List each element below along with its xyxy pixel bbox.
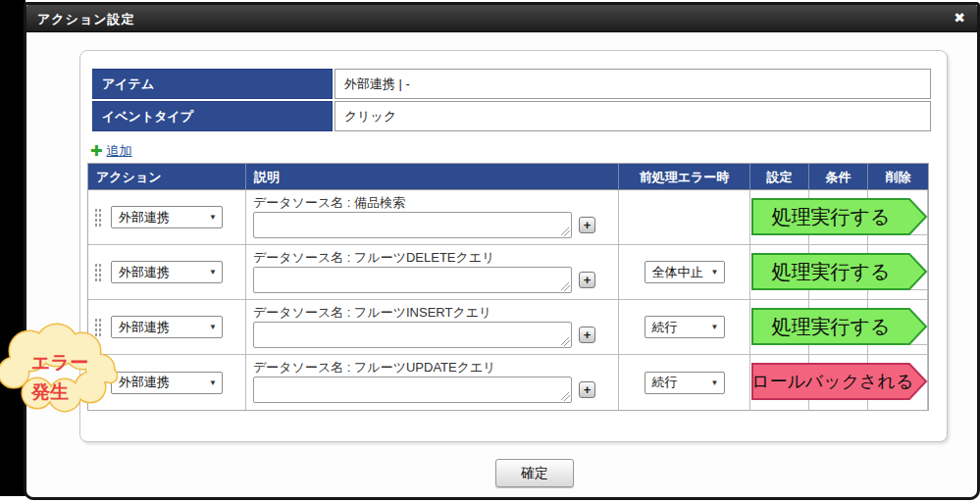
description-text: データソース名 : フルーツINSERTクエリ bbox=[253, 305, 491, 320]
event-type-label: イベントタイプ bbox=[92, 101, 333, 131]
result-label: ロールバックされる bbox=[751, 363, 910, 400]
error-handling-select[interactable]: 続行 ▼ bbox=[645, 316, 725, 338]
action-row: 外部連携 ▼ データソース名 : フルーツDELETEクエリ + 全体中止 ▼ bbox=[88, 245, 928, 300]
action-table: アクション 説明 前処理エラー時 設定 条件 削除 外部連携 ▼ bbox=[87, 163, 929, 411]
action-type-select[interactable]: 外部連携 ▼ bbox=[111, 206, 223, 228]
description-input[interactable] bbox=[253, 322, 572, 348]
error-handling-value: 続行 bbox=[652, 319, 678, 336]
description-cell: データソース名 : フルーツUPDATEクエリ + bbox=[246, 355, 619, 410]
error-handling-cell: 全体中止 ▼ bbox=[619, 245, 750, 300]
plus-icon: ✚ bbox=[90, 142, 103, 160]
action-row: 外部連携 ▼ データソース名 : フルーツINSERTクエリ + 続行 ▼ bbox=[88, 300, 928, 355]
header-settings: 設定 bbox=[750, 164, 809, 190]
add-param-button[interactable]: + bbox=[579, 272, 595, 288]
dialog-titlebar: アクション設定 ✖ bbox=[26, 5, 977, 32]
chevron-down-icon: ▼ bbox=[209, 378, 217, 387]
result-label: 処理実行する bbox=[751, 198, 910, 235]
resize-grip-icon[interactable] bbox=[561, 337, 570, 346]
item-value: 外部連携 | - bbox=[335, 69, 931, 99]
annotation-text-line1: エラー bbox=[31, 352, 88, 373]
result-arrow[interactable]: 処理実行する bbox=[751, 253, 928, 290]
event-type-value: クリック bbox=[335, 101, 931, 131]
description-input[interactable] bbox=[253, 267, 572, 293]
resize-grip-icon[interactable] bbox=[561, 282, 570, 291]
chevron-down-icon: ▼ bbox=[711, 378, 719, 387]
action-type-value: 外部連携 bbox=[119, 319, 170, 336]
add-param-button[interactable]: + bbox=[579, 381, 595, 398]
info-row-event-type: イベントタイプ クリック bbox=[92, 101, 931, 131]
chevron-down-icon: ▼ bbox=[711, 268, 719, 277]
action-type-select[interactable]: 外部連携 ▼ bbox=[111, 316, 223, 338]
error-handling-cell bbox=[619, 190, 750, 245]
header-action: アクション bbox=[88, 164, 246, 190]
resize-grip-icon[interactable] bbox=[561, 227, 570, 236]
action-row: 外部連携 ▼ データソース名 : 備品検索 + bbox=[88, 190, 928, 245]
annotation-text-line2: 発生 bbox=[30, 381, 69, 402]
error-handling-cell: 続行 ▼ bbox=[619, 355, 750, 410]
dialog-title: アクション設定 bbox=[37, 11, 135, 28]
header-delete: 削除 bbox=[868, 164, 928, 190]
description-text: データソース名 : 備品検索 bbox=[253, 195, 405, 210]
error-handling-select[interactable]: 全体中止 ▼ bbox=[645, 261, 725, 283]
result-label: 処理実行する bbox=[751, 308, 910, 345]
action-settings-dialog: アクション設定 ✖ アイテム 外部連携 | - イベントタイプ クリック ✚ 追… bbox=[24, 2, 980, 500]
description-text: データソース名 : フルーツUPDATEクエリ bbox=[253, 360, 496, 375]
header-condition: 条件 bbox=[809, 164, 868, 190]
action-row: 外部連携 ▼ データソース名 : フルーツUPDATEクエリ + 続行 ▼ bbox=[88, 355, 928, 410]
item-info-table: アイテム 外部連携 | - イベントタイプ クリック bbox=[92, 69, 931, 133]
result-label: 処理実行する bbox=[751, 253, 910, 290]
screen: アクション設定 ✖ アイテム 外部連携 | - イベントタイプ クリック ✚ 追… bbox=[0, 0, 980, 503]
drag-handle-icon[interactable] bbox=[94, 208, 102, 226]
error-annotation-cloud: エラー 発生 bbox=[0, 322, 118, 416]
resize-grip-icon[interactable] bbox=[561, 392, 570, 401]
action-type-value: 外部連携 bbox=[119, 264, 170, 281]
description-cell: データソース名 : 備品検索 + bbox=[246, 190, 619, 245]
item-label: アイテム bbox=[92, 69, 333, 99]
add-action-link[interactable]: ✚ 追加 bbox=[90, 142, 132, 160]
action-table-header: アクション 説明 前処理エラー時 設定 条件 削除 bbox=[88, 164, 928, 190]
description-cell: データソース名 : フルーツINSERTクエリ + bbox=[246, 300, 619, 355]
header-on-error: 前処理エラー時 bbox=[619, 164, 750, 190]
confirm-button[interactable]: 確定 bbox=[495, 459, 574, 487]
chevron-down-icon: ▼ bbox=[209, 268, 217, 277]
action-type-select[interactable]: 外部連携 ▼ bbox=[111, 261, 223, 283]
description-input[interactable] bbox=[253, 377, 572, 403]
error-handling-value: 全体中止 bbox=[652, 264, 703, 281]
chevron-down-icon: ▼ bbox=[209, 323, 217, 331]
description-cell: データソース名 : フルーツDELETEクエリ + bbox=[246, 245, 619, 300]
description-text: データソース名 : フルーツDELETEクエリ bbox=[253, 250, 494, 265]
error-handling-cell: 続行 ▼ bbox=[619, 300, 750, 355]
result-arrow[interactable]: 処理実行する bbox=[751, 308, 928, 345]
form-panel: アイテム 外部連携 | - イベントタイプ クリック ✚ 追加 アクション 説明… bbox=[79, 50, 948, 442]
action-type-select[interactable]: 外部連携 ▼ bbox=[111, 372, 223, 394]
action-type-value: 外部連携 bbox=[119, 374, 170, 391]
page-backdrop bbox=[0, 0, 26, 496]
action-cell: 外部連携 ▼ bbox=[88, 245, 246, 300]
error-handling-select[interactable]: 続行 ▼ bbox=[645, 372, 725, 394]
header-description: 説明 bbox=[246, 164, 619, 190]
add-param-button[interactable]: + bbox=[579, 217, 595, 233]
description-input[interactable] bbox=[253, 212, 572, 238]
add-action-label: 追加 bbox=[107, 142, 132, 160]
add-param-button[interactable]: + bbox=[579, 327, 595, 343]
result-arrow[interactable]: 処理実行する bbox=[751, 198, 928, 235]
info-row-item: アイテム 外部連携 | - bbox=[92, 69, 931, 99]
action-type-value: 外部連携 bbox=[119, 209, 170, 226]
drag-handle-icon[interactable] bbox=[94, 263, 102, 281]
chevron-down-icon: ▼ bbox=[711, 323, 719, 331]
error-handling-value: 続行 bbox=[652, 374, 678, 391]
result-arrow[interactable]: ロールバックされる bbox=[751, 363, 928, 400]
chevron-down-icon: ▼ bbox=[209, 213, 217, 222]
action-cell: 外部連携 ▼ bbox=[88, 190, 246, 245]
close-icon[interactable]: ✖ bbox=[954, 10, 965, 25]
